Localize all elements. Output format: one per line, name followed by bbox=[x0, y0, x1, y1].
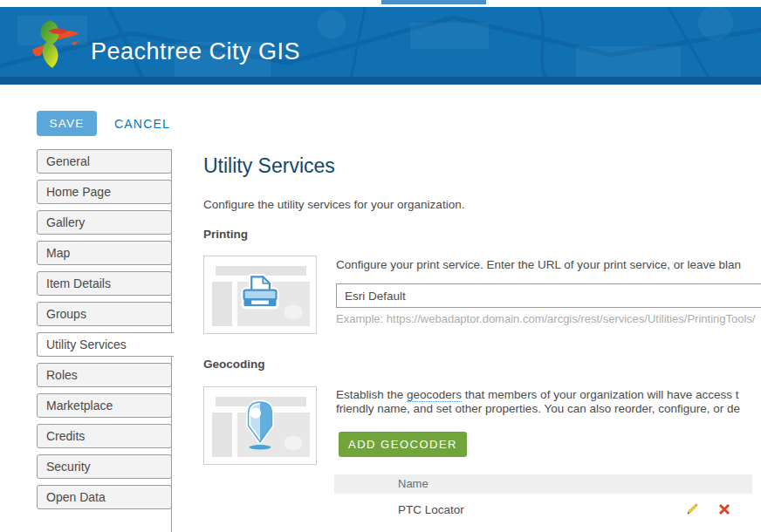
geocoding-description-line2: friendly name, and set other properties.… bbox=[336, 402, 740, 416]
sidebar-item-label: Marketplace bbox=[38, 394, 171, 417]
thumbnail-column bbox=[212, 282, 232, 326]
sidebar-item-label: Credits bbox=[38, 425, 171, 447]
sidebar-item-label: Open Data bbox=[38, 486, 171, 508]
sidebar-item-home-page[interactable]: Home Page bbox=[37, 180, 172, 204]
geocoding-text: Establish the bbox=[336, 388, 407, 401]
sidebar-item-open-data[interactable]: Open Data bbox=[37, 485, 172, 509]
save-button[interactable]: SAVE bbox=[37, 111, 97, 136]
top-tab-indicator bbox=[381, 0, 486, 4]
settings-page: Peachtree City GIS SAVE CANCEL General H… bbox=[0, 0, 761, 532]
cancel-link[interactable]: CANCEL bbox=[114, 117, 170, 131]
printing-example: Example: https://webadaptor.domain.com/a… bbox=[336, 312, 755, 325]
thumbnail-column bbox=[212, 413, 232, 457]
sidebar-item-label: Roles bbox=[38, 364, 171, 386]
sidebar-item-general[interactable]: General bbox=[37, 149, 172, 174]
sidebar-item-label: Item Details bbox=[38, 272, 171, 295]
add-geocoder-button[interactable]: ADD GEOCODER bbox=[339, 432, 467, 457]
name-column-header: Name bbox=[334, 474, 752, 494]
geocoding-thumbnail bbox=[203, 386, 317, 465]
table-row: PTC Locator bbox=[334, 494, 752, 527]
sidebar-item-label: Security bbox=[38, 455, 171, 478]
page-title: Utility Services bbox=[203, 154, 335, 178]
sidebar-item-gallery[interactable]: Gallery bbox=[37, 210, 172, 235]
geocoder-name: PTC Locator bbox=[398, 503, 464, 516]
hummingbird-logo bbox=[24, 16, 81, 75]
banner-bottom-band bbox=[0, 77, 761, 85]
geocoder-table: Name PTC Locator bbox=[334, 474, 752, 527]
thumbnail-patch bbox=[285, 305, 302, 319]
sidebar-item-groups[interactable]: Groups bbox=[37, 302, 172, 326]
thumbnail-patch bbox=[285, 436, 302, 450]
sidebar-item-utility-services[interactable]: Utility Services bbox=[37, 332, 174, 357]
sidebar-item-item-details[interactable]: Item Details bbox=[37, 271, 172, 296]
site-banner: Peachtree City GIS bbox=[0, 7, 761, 85]
sidebar-item-security[interactable]: Security bbox=[37, 454, 172, 479]
geocoder-table-header: Name bbox=[334, 474, 752, 494]
sidebar-item-label: Home Page bbox=[38, 181, 171, 203]
geocoding-description: Establish the geocoders that members of … bbox=[336, 388, 740, 416]
printing-description: Configure your print service. Enter the … bbox=[336, 258, 741, 271]
print-service-input[interactable] bbox=[336, 283, 761, 308]
sidebar-item-marketplace[interactable]: Marketplace bbox=[37, 393, 172, 418]
x-icon[interactable] bbox=[717, 502, 731, 516]
page-intro: Configure the utility services for your … bbox=[203, 198, 464, 211]
sidebar-item-map[interactable]: Map bbox=[37, 241, 172, 265]
sidebar-item-credits[interactable]: Credits bbox=[37, 424, 172, 448]
sidebar-item-label: Map bbox=[38, 242, 171, 264]
printer-icon bbox=[238, 273, 282, 317]
sidebar-item-roles[interactable]: Roles bbox=[37, 363, 172, 387]
sidebar-item-label: General bbox=[38, 150, 171, 173]
geocoders-term-link[interactable]: geocoders bbox=[407, 388, 462, 402]
top-strip bbox=[0, 0, 761, 7]
sidebar-item-label: Groups bbox=[38, 303, 171, 325]
printing-section-label: Printing bbox=[203, 228, 248, 241]
geocoding-section-label: Geocoding bbox=[203, 358, 265, 371]
geocoding-text: that members of your organization will h… bbox=[462, 388, 738, 401]
sidebar-item-label: Gallery bbox=[38, 211, 171, 234]
geocoding-description-line1: Establish the geocoders that members of … bbox=[336, 388, 740, 402]
pencil-icon[interactable] bbox=[685, 502, 699, 516]
sidebar-item-label: Utility Services bbox=[38, 333, 174, 356]
map-pin-icon bbox=[237, 399, 283, 453]
printing-thumbnail bbox=[203, 256, 317, 334]
site-title: Peachtree City GIS bbox=[91, 38, 300, 65]
